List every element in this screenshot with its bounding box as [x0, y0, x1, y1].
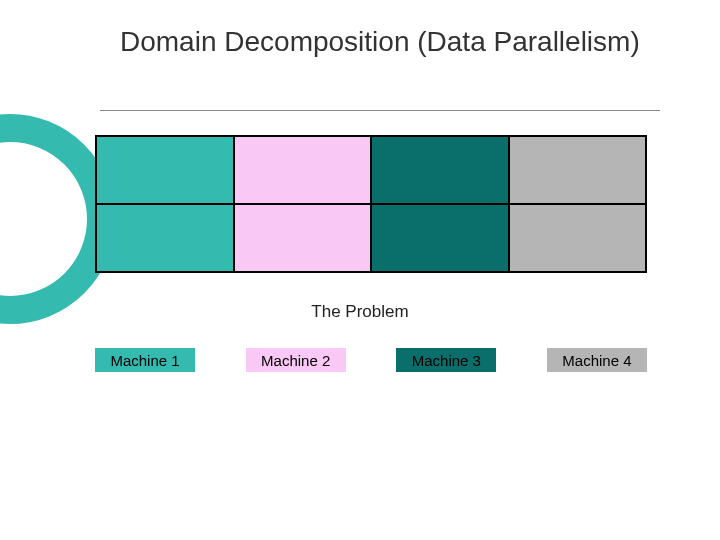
grid-cell	[508, 137, 646, 203]
slide: Domain Decomposition (Data Parallelism) …	[0, 0, 720, 540]
title-underline	[100, 110, 660, 111]
grid-cell	[370, 205, 508, 271]
grid-cell	[97, 137, 233, 203]
grid-cell	[233, 137, 371, 203]
legend: Machine 1 Machine 2 Machine 3 Machine 4	[95, 348, 647, 372]
grid-caption: The Problem	[0, 302, 720, 322]
grid-cell	[233, 205, 371, 271]
legend-swatch-machine-4: Machine 4	[547, 348, 647, 372]
grid-cell	[508, 205, 646, 271]
grid-row	[97, 203, 645, 271]
legend-swatch-machine-2: Machine 2	[246, 348, 346, 372]
problem-grid	[95, 135, 647, 273]
grid-row	[97, 137, 645, 203]
legend-swatch-machine-1: Machine 1	[95, 348, 195, 372]
grid-cell	[370, 137, 508, 203]
legend-swatch-machine-3: Machine 3	[396, 348, 496, 372]
slide-title: Domain Decomposition (Data Parallelism)	[120, 24, 640, 59]
grid-cell	[97, 205, 233, 271]
